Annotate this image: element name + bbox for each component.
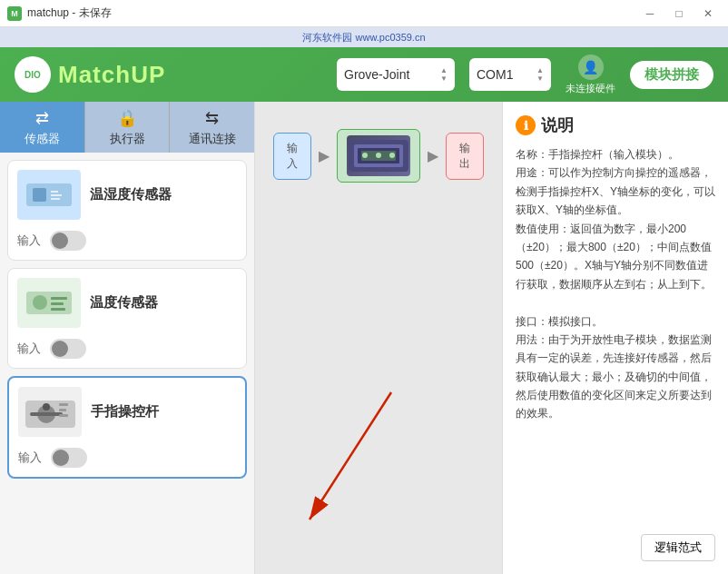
window-controls: ─ □ ✕ <box>637 5 721 23</box>
info-icon: ℹ <box>516 115 536 135</box>
svg-rect-3 <box>51 194 62 196</box>
left-panel: ⇄ 传感器 🔒 执行器 ⇆ 通讯连接 <box>0 102 255 574</box>
flow-output-label: 输出 <box>459 142 470 170</box>
sensor-tab-label: 传感器 <box>25 131 60 147</box>
connect-button[interactable]: 模块拼接 <box>630 61 713 89</box>
module-bottom: 输入 <box>17 335 237 359</box>
module-bottom: 输入 <box>18 444 236 468</box>
app-icon: M <box>7 6 22 21</box>
module-list: 温湿度传感器 输入 <box>0 153 254 574</box>
svg-point-23 <box>389 153 395 158</box>
flow-diagram: 输入 ▶ ▶ 输出 <box>273 129 484 183</box>
svg-rect-1 <box>33 188 46 202</box>
svg-rect-9 <box>51 308 65 311</box>
svg-point-22 <box>376 153 381 158</box>
maximize-button[interactable]: □ <box>666 5 692 23</box>
module-image <box>18 387 82 437</box>
com-port-dropdown[interactable]: COM1 ▲ ▼ <box>469 58 551 91</box>
flow-chip-node <box>337 129 420 183</box>
info-header: ℹ 说明 <box>516 114 715 136</box>
tab-communication[interactable]: ⇆ 通讯连接 <box>170 102 254 153</box>
info-title: 说明 <box>541 114 574 136</box>
module-type: 输入 <box>17 341 41 357</box>
actuator-tab-label: 执行器 <box>110 131 145 147</box>
flow-output-node: 输出 <box>446 133 484 180</box>
module-image <box>17 278 81 328</box>
close-button[interactable]: ✕ <box>695 5 721 23</box>
window-title: matchup - 未保存 <box>27 5 112 21</box>
svg-rect-14 <box>59 403 68 406</box>
logo-text-accent: UP <box>131 61 165 88</box>
svg-point-12 <box>43 403 50 411</box>
module-top: 温度传感器 <box>17 278 237 328</box>
minimize-button[interactable]: ─ <box>637 5 663 23</box>
svg-point-6 <box>33 295 47 310</box>
arrow-annotation <box>291 383 400 547</box>
chip-image <box>347 135 410 176</box>
svg-rect-16 <box>59 414 68 417</box>
sensor-tab-icon: ⇄ <box>35 108 49 128</box>
info-content: 名称：手指操控杆（输入模块）。 用途：可以作为控制方向操控的遥感器，检测手指操控… <box>516 145 715 423</box>
module-name: 温湿度传感器 <box>90 186 172 203</box>
svg-rect-13 <box>30 412 63 416</box>
com-dropdown-arrows-icon: ▲ ▼ <box>536 67 544 83</box>
connection-status-text: 未连接硬件 <box>566 82 615 95</box>
flow-arrow-1: ▶ <box>319 147 330 164</box>
flow-arrow-2: ▶ <box>428 147 438 164</box>
module-bottom: 输入 <box>17 227 237 251</box>
logo-text-plain: Match <box>58 61 131 88</box>
tab-sensor[interactable]: ⇄ 传感器 <box>0 102 85 153</box>
flow-input-node: 输入 <box>273 133 311 180</box>
module-toggle[interactable] <box>50 339 86 359</box>
header: DIO MatchUP Grove-Joint ▲ ▼ COM1 ▲ ▼ 👤 未… <box>0 47 728 102</box>
tab-actuator[interactable]: 🔒 执行器 <box>85 102 171 153</box>
grove-joint-dropdown[interactable]: Grove-Joint ▲ ▼ <box>337 58 455 91</box>
info-text: 名称：手指操控杆（输入模块）。 用途：可以作为控制方向操控的遥感器，检测手指操控… <box>516 148 715 420</box>
actuator-tab-icon: 🔒 <box>117 108 137 128</box>
module-type: 输入 <box>17 233 41 249</box>
module-toggle[interactable] <box>50 231 86 251</box>
module-toggle[interactable] <box>51 448 87 468</box>
flow-input-label: 输入 <box>287 142 298 170</box>
module-item-selected[interactable]: 手指操控杆 输入 <box>7 376 247 479</box>
watermark-banner: 河东软件园 www.pc0359.cn <box>0 27 728 47</box>
logo-circle-text: DIO <box>25 70 41 80</box>
toggle-knob <box>53 450 69 466</box>
logo-circle: DIO <box>15 56 51 93</box>
center-area: 输入 ▶ ▶ 输出 <box>255 102 502 574</box>
communication-tab-icon: ⇆ <box>205 108 219 128</box>
toggle-knob <box>52 341 68 357</box>
module-image <box>17 170 81 220</box>
toggle-knob <box>52 233 68 249</box>
connection-icon: 👤 <box>578 54 604 80</box>
module-top: 手指操控杆 <box>18 387 236 437</box>
module-item[interactable]: 温度传感器 输入 <box>7 268 247 369</box>
logo-text: MatchUP <box>58 61 165 89</box>
communication-tab-label: 通讯连接 <box>189 131 236 147</box>
grove-joint-value: Grove-Joint <box>344 67 409 82</box>
logic-btn[interactable]: 逻辑范式 <box>641 534 715 561</box>
svg-rect-8 <box>51 302 64 305</box>
module-item[interactable]: 温湿度传感器 输入 <box>7 160 247 261</box>
title-bar-left: M matchup - 未保存 <box>7 5 112 21</box>
module-name: 手指操控杆 <box>91 403 159 421</box>
module-name: 温度传感器 <box>90 294 158 312</box>
watermark-text: 河东软件园 www.pc0359.cn <box>302 31 425 45</box>
svg-point-21 <box>362 153 368 158</box>
com-port-value: COM1 <box>477 67 513 82</box>
module-top: 温湿度传感器 <box>17 170 237 220</box>
title-bar: M matchup - 未保存 ─ □ ✕ <box>0 0 728 27</box>
main-area: ⇄ 传感器 🔒 执行器 ⇆ 通讯连接 <box>0 102 728 574</box>
svg-rect-2 <box>51 191 58 193</box>
app-logo: DIO MatchUP <box>15 56 165 93</box>
svg-rect-7 <box>51 297 67 300</box>
tab-bar: ⇄ 传感器 🔒 执行器 ⇆ 通讯连接 <box>0 102 254 153</box>
right-panel: ℹ 说明 名称：手指操控杆（输入模块）。 用途：可以作为控制方向操控的遥感器，检… <box>502 102 728 574</box>
connection-status: 👤 未连接硬件 <box>566 54 615 95</box>
svg-rect-4 <box>51 198 60 200</box>
svg-line-25 <box>310 392 391 520</box>
svg-rect-15 <box>59 409 66 411</box>
dropdown-arrows-icon: ▲ ▼ <box>440 67 448 83</box>
module-type: 输入 <box>18 450 42 466</box>
